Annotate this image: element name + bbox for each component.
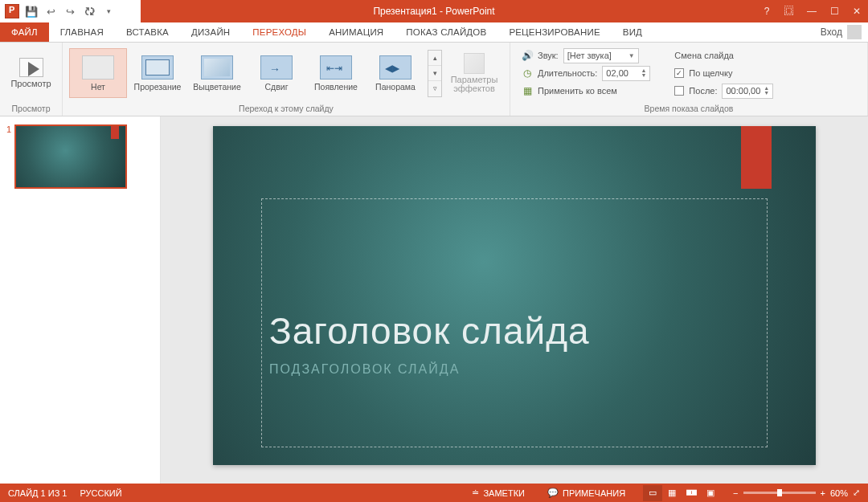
sign-in-label: Вход	[821, 27, 842, 38]
timing-right-col: Смена слайда ✓ По щелчку После: 00:00,00…	[669, 47, 778, 99]
view-reading-icon[interactable]: 🀰	[682, 485, 701, 501]
effect-options-icon	[464, 53, 485, 74]
ribbon-tabs: ФАЙЛ ГЛАВНАЯ ВСТАВКА ДИЗАЙН ПЕРЕХОДЫ АНИ…	[0, 22, 868, 43]
play-icon	[28, 62, 39, 76]
checkbox-icon: ✓	[674, 68, 684, 78]
sound-value: [Нет звука]	[567, 51, 612, 60]
slide-counter[interactable]: СЛАЙД 1 ИЗ 1	[8, 488, 67, 498]
save-icon[interactable]: 💾	[24, 6, 39, 18]
transition-wipe[interactable]: ⇤⇥ Появление	[307, 48, 365, 98]
clock-icon: ◷	[522, 67, 533, 79]
close-icon[interactable]: ✕	[845, 0, 868, 22]
duration-value: 02,00	[606, 68, 628, 78]
transition-fade[interactable]: Выцветание	[188, 48, 246, 98]
apply-to-all-button[interactable]: ▦ Применить ко всем	[522, 83, 650, 99]
transition-none[interactable]: Нет	[69, 48, 127, 98]
redo-icon[interactable]: ↪	[63, 6, 77, 18]
notes-icon: ≐	[472, 488, 479, 498]
minimize-icon[interactable]: —	[800, 0, 823, 22]
qat-dropdown-icon[interactable]: ▾	[101, 7, 116, 15]
slide-thumbnail-1[interactable]: 1	[6, 124, 154, 189]
effect-options-button[interactable]: Параметры эффектов	[445, 47, 503, 100]
tab-slideshow[interactable]: ПОКАЗ СЛАЙДОВ	[395, 22, 497, 42]
group-transition-gallery: Нет Прорезание Выцветание → Сдвиг ⇤⇥ Поя…	[63, 43, 510, 116]
after-input[interactable]: 00:00,00 ▲▼	[722, 84, 773, 99]
after-label: После:	[689, 86, 717, 96]
transition-gallery: Нет Прорезание Выцветание → Сдвиг ⇤⇥ Поя…	[69, 47, 442, 100]
title-bar: 💾 ↩ ↪ 🗘 ▾ Презентация1 - PowerPoint ? ⿴ …	[0, 0, 868, 22]
avatar-icon	[847, 25, 862, 39]
quick-access-toolbar: 💾 ↩ ↪ 🗘 ▾	[0, 0, 121, 22]
transition-split[interactable]: ◀▶ Панорама	[366, 48, 424, 98]
group-timing: 🔊 Звук: [Нет звука] ▼ ◷ Длительность: 02…	[510, 43, 868, 116]
window-title: Презентация1 - PowerPoint	[0, 6, 868, 17]
view-slideshow-icon[interactable]: ▣	[701, 485, 720, 501]
on-click-label: По щелчку	[689, 68, 732, 78]
fit-to-window-icon[interactable]: ⤢	[853, 488, 860, 498]
preview-button-label: Просмотр	[10, 79, 51, 88]
slide-canvas-pane: Заголовок слайда ПОДЗАГОЛОВОК СЛАЙДА	[161, 116, 868, 484]
apply-all-label: Применить ко всем	[538, 86, 617, 96]
after-checkbox[interactable]	[674, 86, 684, 96]
zoom-in-icon[interactable]: +	[821, 488, 825, 498]
ribbon-toggle-icon[interactable]: ⿴	[778, 0, 800, 22]
tab-animations[interactable]: АНИМАЦИЯ	[317, 22, 395, 42]
sound-label: Звук:	[538, 51, 559, 60]
zoom-out-icon[interactable]: −	[733, 488, 738, 498]
comments-icon: 💬	[547, 488, 559, 498]
slide-thumbnail-image	[14, 124, 127, 189]
effect-options-label: Параметры эффектов	[451, 76, 498, 93]
duration-label: Длительность:	[538, 68, 597, 78]
app-icon	[5, 4, 19, 18]
slide[interactable]: Заголовок слайда ПОДЗАГОЛОВОК СЛАЙДА	[213, 126, 816, 465]
slide-thumbnails-pane: 1	[0, 116, 161, 484]
slide-subtitle-placeholder[interactable]: ПОДЗАГОЛОВОК СЛАЙДА	[269, 362, 460, 377]
notes-button[interactable]: ≐ ЗАМЕТКИ	[467, 488, 530, 498]
view-buttons: ▭ ▦ 🀰 ▣	[643, 485, 720, 501]
transition-cut[interactable]: Прорезание	[129, 48, 186, 98]
status-bar: СЛАЙД 1 ИЗ 1 РУССКИЙ ≐ ЗАМЕТКИ 💬 ПРИМЕЧА…	[0, 484, 868, 502]
sound-dropdown[interactable]: [Нет звука] ▼	[563, 48, 639, 63]
undo-icon[interactable]: ↩	[43, 6, 58, 18]
apply-all-icon: ▦	[522, 85, 533, 96]
gallery-expand[interactable]: ▿	[428, 81, 441, 96]
ribbon: Просмотр Просмотр Нет Прорезание Выцвета…	[0, 43, 868, 116]
transition-push[interactable]: → Сдвиг	[248, 48, 305, 98]
tab-insert[interactable]: ВСТАВКА	[115, 22, 180, 42]
group-preview-label: Просмотр	[0, 104, 62, 116]
zoom-control: − + 60% ⤢	[733, 488, 860, 498]
tab-file[interactable]: ФАЙЛ	[0, 22, 49, 42]
help-icon[interactable]: ?	[755, 0, 778, 22]
zoom-slider[interactable]	[743, 492, 816, 494]
view-sorter-icon[interactable]: ▦	[662, 485, 682, 501]
view-normal-icon[interactable]: ▭	[643, 485, 662, 501]
tab-review[interactable]: РЕЦЕНЗИРОВАНИЕ	[497, 22, 611, 42]
repeat-icon[interactable]: 🗘	[82, 6, 96, 18]
advance-title: Смена слайда	[674, 51, 734, 60]
group-gallery-label: Переход к этому слайду	[63, 104, 510, 116]
language-indicator[interactable]: РУССКИЙ	[80, 488, 121, 498]
duration-input[interactable]: 02,00 ▲▼	[602, 66, 650, 81]
sign-in[interactable]: Вход	[814, 22, 868, 42]
after-value: 00:00,00	[726, 86, 760, 96]
work-area: 1 Заголовок слайда ПОДЗАГОЛОВОК СЛАЙДА	[0, 116, 868, 484]
slide-title-placeholder[interactable]: Заголовок слайда	[269, 309, 590, 353]
comments-button[interactable]: 💬 ПРИМЕЧАНИЯ	[542, 488, 630, 498]
maximize-icon[interactable]: ☐	[823, 0, 845, 22]
zoom-percent[interactable]: 60%	[830, 488, 848, 498]
slide-number: 1	[6, 124, 11, 189]
slide-decor-ribbon	[741, 126, 772, 189]
tab-transitions[interactable]: ПЕРЕХОДЫ	[241, 22, 317, 42]
gallery-scroll-up[interactable]: ▴	[428, 51, 441, 66]
gallery-scroll-down[interactable]: ▾	[428, 66, 441, 81]
group-timing-label: Время показа слайдов	[510, 104, 867, 116]
on-click-checkbox[interactable]: ✓ По щелчку	[674, 65, 773, 81]
tab-view[interactable]: ВИД	[612, 22, 653, 42]
group-preview: Просмотр Просмотр	[0, 43, 63, 116]
tab-home[interactable]: ГЛАВНАЯ	[49, 22, 115, 42]
sound-icon: 🔊	[522, 50, 533, 61]
timing-left-col: 🔊 Звук: [Нет звука] ▼ ◷ Длительность: 02…	[517, 47, 655, 99]
preview-button[interactable]: Просмотр	[6, 47, 55, 100]
window-controls: ? ⿴ — ☐ ✕	[755, 0, 868, 22]
tab-design[interactable]: ДИЗАЙН	[180, 22, 241, 42]
